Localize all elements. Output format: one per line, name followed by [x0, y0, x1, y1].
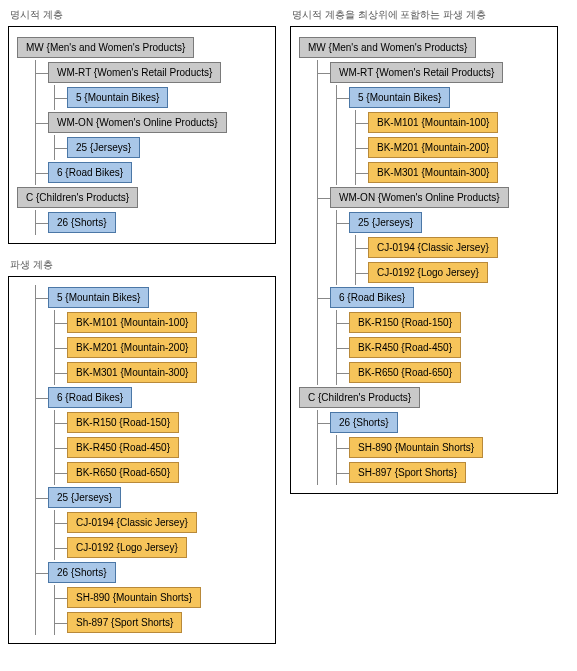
- panel-explicit-hierarchy: MW {Men's and Women's Products}WM-RT {Wo…: [8, 26, 276, 244]
- node-code: 26: [57, 217, 68, 228]
- tree-node: WM-RT {Women's Retail Products}: [36, 60, 267, 85]
- node-label: Women's Online Products: [381, 192, 496, 203]
- node-code: SH-890: [76, 592, 110, 603]
- hierarchy-node-box: BK-R450 {Road-450}: [67, 437, 179, 458]
- tree-node: SH-890 {Mountain Shorts}: [337, 435, 549, 460]
- node-label: Road Bikes: [69, 167, 120, 178]
- hierarchy-node-box: CJ-0194 {Classic Jersey}: [67, 512, 197, 533]
- node-label: Children's Products: [321, 392, 407, 403]
- hierarchy-node-box: BK-M201 {Mountain-200}: [67, 337, 197, 358]
- hierarchy-node-box: 6 {Road Bikes}: [48, 162, 132, 183]
- tree-node: BK-M101 {Mountain-100}: [356, 110, 549, 135]
- hierarchy-node-box: C {Children's Products}: [17, 187, 138, 208]
- tree-node: BK-R650 {Road-650}: [55, 460, 267, 485]
- node-label: Mountain-200: [124, 342, 185, 353]
- node-code: MW: [308, 42, 326, 53]
- node-label: Mountain-300: [124, 367, 185, 378]
- hierarchy-node-box: BK-R150 {Road-150}: [67, 412, 179, 433]
- hierarchy-node-box: WM-RT {Women's Retail Products}: [48, 62, 221, 83]
- node-code: 5: [358, 92, 364, 103]
- node-code: 25: [76, 142, 87, 153]
- panel-derived-hierarchy: 5 {Mountain Bikes}BK-M101 {Mountain-100}…: [8, 276, 276, 644]
- node-code: BK-R450: [358, 342, 399, 353]
- tree-node: 26 {Shorts}: [36, 210, 267, 235]
- tree-node: SH-897 {Sport Shorts}: [337, 460, 549, 485]
- tree-node: 5 {Mountain Bikes}: [337, 85, 549, 110]
- hierarchy-node-box: BK-R450 {Road-450}: [349, 337, 461, 358]
- panel-combined-hierarchy: MW {Men's and Women's Products}WM-RT {Wo…: [290, 26, 558, 494]
- node-code: BK-M301: [76, 367, 118, 378]
- node-label: Women's Retail Products: [97, 67, 209, 78]
- node-code: 6: [339, 292, 345, 303]
- node-label: Logo Jersey: [120, 542, 174, 553]
- node-code: CJ-0192: [76, 542, 114, 553]
- panel-title-derived: 파생 계층: [10, 258, 276, 272]
- tree-explicit: MW {Men's and Women's Products}WM-RT {Wo…: [17, 35, 267, 235]
- hierarchy-node-box: SH-897 {Sport Shorts}: [349, 462, 466, 483]
- hierarchy-node-box: SH-890 {Mountain Shorts}: [349, 437, 483, 458]
- node-code: BK-R150: [76, 417, 117, 428]
- hierarchy-node-box: 5 {Mountain Bikes}: [349, 87, 450, 108]
- node-label: Road-150: [405, 317, 449, 328]
- node-label: Road-650: [123, 467, 167, 478]
- right-column: 명시적 계층을 최상위에 포함하는 파생 계층 MW {Men's and Wo…: [290, 8, 558, 658]
- node-label: Road-150: [123, 417, 167, 428]
- node-label: Sport Shorts: [398, 467, 454, 478]
- tree-node: C {Children's Products}: [299, 385, 549, 410]
- node-code: 25: [57, 492, 68, 503]
- hierarchy-node-box: BK-M101 {Mountain-100}: [368, 112, 498, 133]
- hierarchy-node-box: 6 {Road Bikes}: [48, 387, 132, 408]
- node-label: Classic Jersey: [120, 517, 184, 528]
- node-label: Jerseys: [93, 142, 127, 153]
- tree-node: CJ-0194 {Classic Jersey}: [356, 235, 549, 260]
- node-code: CJ-0194: [76, 517, 114, 528]
- tree-node: MW {Men's and Women's Products}: [299, 35, 549, 60]
- node-code: 26: [339, 417, 350, 428]
- node-code: BK-M101: [76, 317, 118, 328]
- tree-node: CJ-0192 {Logo Jersey}: [55, 535, 267, 560]
- node-code: WM-ON: [57, 117, 93, 128]
- tree-node: BK-R150 {Road-150}: [55, 410, 267, 435]
- tree-node: BK-M301 {Mountain-300}: [55, 360, 267, 385]
- left-column: 명시적 계층 MW {Men's and Women's Products}WM…: [8, 8, 276, 658]
- tree-node: WM-RT {Women's Retail Products}: [318, 60, 549, 85]
- node-label: Mountain-300: [425, 167, 486, 178]
- node-code: BK-R150: [358, 317, 399, 328]
- node-code: Sh-897: [76, 617, 108, 628]
- hierarchy-node-box: MW {Men's and Women's Products}: [299, 37, 476, 58]
- tree-derived: 5 {Mountain Bikes}BK-M101 {Mountain-100}…: [17, 285, 267, 635]
- node-label: Road-450: [123, 442, 167, 453]
- node-code: 6: [57, 392, 63, 403]
- node-code: WM-RT: [339, 67, 373, 78]
- node-label: Women's Retail Products: [379, 67, 491, 78]
- tree-node: 5 {Mountain Bikes}: [55, 85, 267, 110]
- node-code: BK-M301: [377, 167, 419, 178]
- hierarchy-node-box: 5 {Mountain Bikes}: [67, 87, 168, 108]
- hierarchy-node-box: CJ-0192 {Logo Jersey}: [67, 537, 187, 558]
- tree-node: 25 {Jerseys}: [55, 135, 267, 160]
- node-label: Logo Jersey: [421, 267, 475, 278]
- tree-node: BK-M301 {Mountain-300}: [356, 160, 549, 185]
- node-code: BK-M201: [76, 342, 118, 353]
- hierarchy-node-box: 25 {Jerseys}: [349, 212, 422, 233]
- node-label: Mountain Shorts: [116, 592, 189, 603]
- hierarchy-node-box: Sh-897 {Sport Shorts}: [67, 612, 182, 633]
- hierarchy-node-box: BK-R650 {Road-650}: [67, 462, 179, 483]
- node-code: BK-R450: [76, 442, 117, 453]
- hierarchy-node-box: WM-ON {Women's Online Products}: [330, 187, 509, 208]
- node-label: Jerseys: [375, 217, 409, 228]
- hierarchy-node-box: MW {Men's and Women's Products}: [17, 37, 194, 58]
- tree-node: 6 {Road Bikes}: [36, 385, 267, 410]
- tree-node: SH-890 {Mountain Shorts}: [55, 585, 267, 610]
- node-code: BK-M101: [377, 117, 419, 128]
- tree-node: 25 {Jerseys}: [36, 485, 267, 510]
- node-code: C: [26, 192, 33, 203]
- node-code: MW: [26, 42, 44, 53]
- tree-node: BK-R650 {Road-650}: [337, 360, 549, 385]
- tree-node: WM-ON {Women's Online Products}: [318, 185, 549, 210]
- node-code: WM-ON: [339, 192, 375, 203]
- node-code: BK-M201: [377, 142, 419, 153]
- node-code: SH-897: [358, 467, 392, 478]
- hierarchy-node-box: BK-M301 {Mountain-300}: [368, 162, 498, 183]
- tree-node: 5 {Mountain Bikes}: [36, 285, 267, 310]
